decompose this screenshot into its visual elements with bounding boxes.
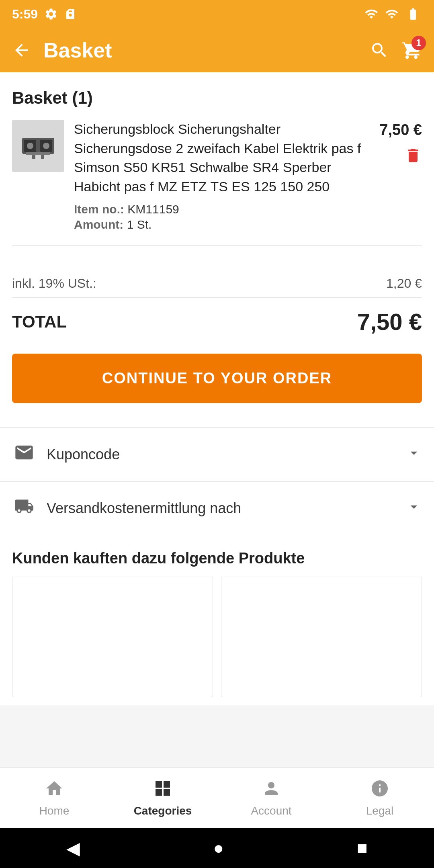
status-time: 5:59 — [12, 7, 38, 22]
account-label: Account — [251, 805, 291, 817]
product-price-col: 7,50 € — [379, 120, 422, 168]
home-label: Home — [39, 805, 70, 817]
svg-rect-7 — [41, 155, 44, 159]
kuponcode-chevron-icon — [406, 445, 422, 465]
shipping-accordion[interactable]: Versandkostenermittlung nach — [0, 481, 434, 535]
status-bar-left: 5:59 — [12, 7, 76, 22]
amount-value: 1 St. — [127, 218, 152, 231]
shipping-label: Versandkostenermittlung nach — [47, 500, 395, 517]
bottom-nav: Home Categories Account Legal — [0, 768, 434, 828]
account-icon — [262, 779, 281, 801]
product-price: 7,50 € — [379, 121, 422, 139]
cart-badge: 1 — [411, 36, 426, 50]
product-item-no: Item no.: KM11159 — [74, 203, 370, 216]
svg-rect-5 — [26, 152, 50, 155]
signal-icon — [385, 7, 399, 21]
basket-title: Basket (1) — [12, 88, 422, 108]
back-button[interactable] — [12, 41, 31, 60]
product-image — [12, 120, 64, 172]
main-content: Basket (1) Sicherungsblock Sicherungshal… — [0, 72, 434, 258]
settings-icon — [44, 7, 58, 21]
continue-to-order-button[interactable]: CONTINUE TO YOUR ORDER — [12, 354, 422, 403]
summary-section: inkl. 19% USt.: 1,20 € TOTAL 7,50 € CONT… — [0, 258, 434, 427]
total-amount: 7,50 € — [357, 308, 422, 335]
system-nav: ◀ ● ■ — [0, 828, 434, 868]
recommendation-card-2[interactable] — [221, 577, 422, 697]
wifi-icon — [363, 7, 379, 21]
legal-icon — [370, 779, 389, 801]
total-label: TOTAL — [12, 312, 67, 332]
page-title: Basket — [43, 38, 358, 62]
tax-row: inkl. 19% USt.: 1,20 € — [12, 270, 422, 298]
kuponcode-icon — [12, 442, 36, 467]
categories-icon — [153, 779, 172, 801]
system-home-button[interactable]: ● — [213, 838, 224, 858]
item-no-label: Item no.: — [74, 203, 124, 216]
item-no-value: KM11159 — [127, 203, 179, 216]
shipping-icon — [12, 496, 36, 520]
shipping-chevron-icon — [406, 499, 422, 518]
product-name: Sicherungsblock Sicherungshalter Sicheru… — [74, 120, 370, 196]
product-image-svg — [18, 130, 58, 162]
tax-amount: 1,20 € — [386, 276, 422, 291]
recommendation-card-1[interactable] — [12, 577, 213, 697]
search-button[interactable] — [370, 41, 389, 60]
nav-legal[interactable]: Legal — [326, 768, 434, 828]
products-grid — [12, 577, 422, 697]
svg-point-3 — [27, 143, 33, 149]
nav-categories[interactable]: Categories — [108, 768, 217, 828]
app-bar: Basket 1 — [0, 28, 434, 72]
tax-label: inkl. 19% USt.: — [12, 276, 96, 291]
delete-item-button[interactable] — [404, 147, 422, 168]
svg-rect-6 — [32, 155, 35, 159]
recommendations-title: Kunden kauften dazu folgende Produkte — [12, 550, 422, 567]
sim-icon — [64, 7, 76, 21]
battery-icon — [404, 7, 422, 21]
kuponcode-accordion[interactable]: Kuponcode — [0, 427, 434, 481]
nav-home[interactable]: Home — [0, 768, 108, 828]
kuponcode-label: Kuponcode — [47, 446, 395, 463]
system-back-button[interactable]: ◀ — [66, 838, 80, 858]
svg-point-4 — [43, 143, 49, 149]
status-bar-right — [363, 7, 422, 21]
legal-label: Legal — [366, 805, 394, 817]
status-bar: 5:59 — [0, 0, 434, 28]
total-row: TOTAL 7,50 € — [12, 298, 422, 346]
categories-label: Categories — [134, 805, 192, 817]
product-info: Sicherungsblock Sicherungshalter Sicheru… — [74, 120, 370, 233]
system-recent-button[interactable]: ■ — [357, 838, 368, 858]
nav-account[interactable]: Account — [217, 768, 326, 828]
product-amount: Amount: 1 St. — [74, 218, 370, 231]
amount-label: Amount: — [74, 218, 123, 231]
basket-item: Sicherungsblock Sicherungshalter Sicheru… — [12, 120, 422, 246]
home-icon — [45, 779, 64, 801]
cart-button[interactable]: 1 — [401, 40, 422, 61]
recommendations-section: Kunden kauften dazu folgende Produkte — [0, 535, 434, 705]
